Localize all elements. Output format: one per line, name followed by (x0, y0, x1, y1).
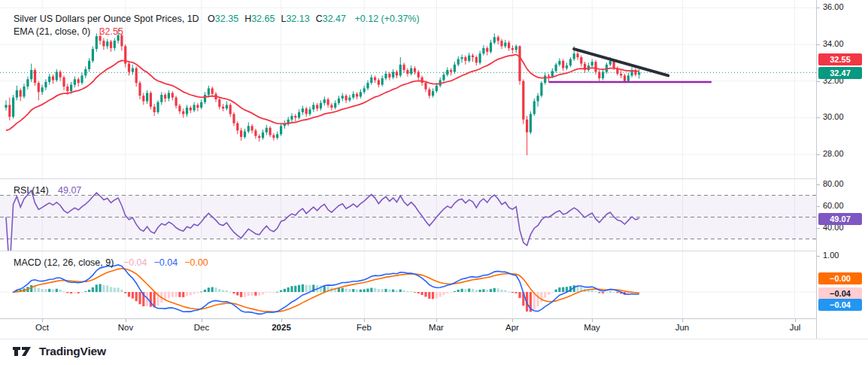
ohlc-value: 32.35 (215, 14, 238, 24)
rsi-pane[interactable] (0, 178, 816, 251)
time-tick (592, 319, 593, 322)
ohlc-values: O32.35H32.65L32.13C32.47 (202, 14, 346, 24)
tradingview-chart-window: Silver US Dollars per Ounce Spot Prices,… (0, 0, 868, 365)
axis-tick (817, 81, 820, 82)
time-axis-label: May (574, 323, 610, 332)
axis-tick (817, 154, 820, 155)
time-tick (682, 319, 683, 322)
time-axis-label: Nov (108, 323, 144, 332)
time-axis-label: Mar (418, 323, 454, 332)
time-tick (795, 319, 796, 322)
time-tick (202, 319, 202, 322)
ohlc-value: 32.13 (286, 14, 309, 24)
axis-tick (817, 256, 820, 257)
footer-brand[interactable]: TradingView (39, 345, 106, 358)
time-tick (42, 319, 43, 322)
symbol-title: Silver US Dollars per Ounce Spot Prices,… (14, 14, 199, 24)
symbol-legend[interactable]: Silver US Dollars per Ounce Spot Prices,… (14, 14, 420, 24)
macd-values: −0.04−0.04−0.00 (117, 257, 208, 268)
macd-value: −0.04 (123, 257, 147, 268)
axis-tick-label: 80.00 (823, 179, 844, 188)
rsi-value-badge: 49.07 (818, 213, 862, 225)
time-tick (364, 319, 365, 322)
axis-tick-label: 30.00 (823, 112, 844, 121)
time-axis-label: Dec (184, 323, 220, 332)
price-scale[interactable]: 36.0034.0032.0030.0028.0080.0060.0040.00… (817, 0, 868, 339)
axis-tick-label: 28.00 (823, 149, 844, 158)
macd-line-badge: −0.04 (818, 299, 862, 311)
axis-tick-label: 60.00 (823, 201, 844, 210)
ohlc-key: O (208, 14, 215, 24)
time-axis-label: Jul (777, 323, 813, 332)
time-tick (512, 319, 513, 322)
time-axis-label: Apr (494, 323, 530, 332)
macd-legend[interactable]: MACD (12, 26, close, 9) −0.04−0.04−0.00 (14, 257, 208, 268)
last-price-badge: 32.47 (818, 67, 862, 79)
macd-hist-badge: −0.04 (818, 287, 862, 300)
axis-tick (817, 184, 820, 185)
macd-signal-badge: −0.00 (818, 272, 862, 284)
time-scale[interactable]: OctNovDec2025FebMarAprMayJunJul (0, 319, 868, 339)
axis-tick-label: 34.00 (823, 39, 844, 48)
ema-price-badge: 32.55 (818, 53, 862, 65)
axis-tick (817, 206, 820, 207)
ohlc-key: C (316, 14, 323, 24)
ohlc-key: H (244, 14, 251, 24)
price-change: +0.12 (+0.37%) (354, 14, 419, 24)
axis-tick-label: 36.00 (823, 2, 844, 11)
macd-value: −0.00 (184, 257, 208, 268)
rsi-legend[interactable]: RSI (14) 49.07 (14, 185, 81, 196)
rsi-label: RSI (14) (14, 185, 49, 196)
time-axis-bottom-border (0, 339, 868, 339)
axis-tick (817, 8, 820, 8)
time-tick (126, 319, 126, 322)
macd-value: −0.04 (154, 257, 178, 268)
time-tick (281, 319, 282, 322)
ohlc-value: 32.65 (251, 14, 275, 24)
footer-bar: TradingView (0, 339, 868, 365)
axis-tick (817, 117, 820, 118)
ema-value: 32.55 (100, 26, 123, 37)
time-axis-border (0, 318, 868, 319)
time-axis-label: Feb (346, 323, 382, 332)
time-axis-label: Jun (664, 323, 700, 332)
axis-tick (817, 44, 820, 45)
macd-label: MACD (12, 26, close, 9) (14, 257, 114, 268)
ema-legend[interactable]: EMA (21, close, 0) 32.55 (14, 26, 123, 37)
ohlc-value: 32.47 (323, 14, 346, 24)
ema-label: EMA (21, close, 0) (14, 26, 90, 37)
axis-tick (817, 228, 820, 229)
rsi-value: 49.07 (58, 185, 81, 196)
pane-separator[interactable] (0, 251, 868, 251)
axis-tick-label: 1.00 (823, 251, 839, 260)
pane-separator[interactable] (0, 178, 868, 179)
time-axis-label: 2025 (263, 323, 299, 332)
time-axis-label: Oct (24, 323, 60, 332)
time-tick (436, 319, 437, 322)
